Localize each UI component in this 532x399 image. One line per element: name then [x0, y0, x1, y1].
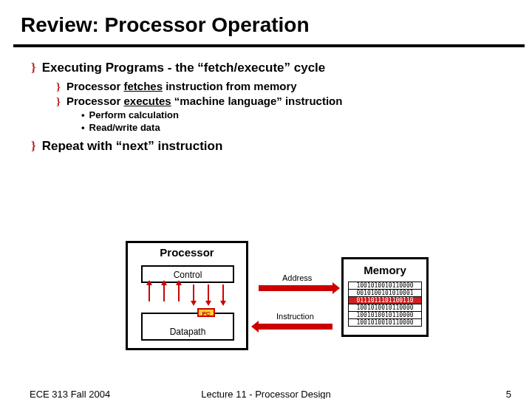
- memory-row: 1001010010110000: [348, 311, 422, 319]
- bullet-text-post: instruction from memory: [163, 80, 297, 92]
- bullet-icon: }: [31, 61, 36, 75]
- bullet-text: Executing Programs - the “fetch/execute”…: [42, 61, 326, 75]
- bullet-text: Perform calculation: [89, 109, 179, 120]
- memory-box: Memory 100101001011000000101001010100010…: [341, 257, 429, 337]
- instruction-arrow: [259, 324, 332, 330]
- footer-center: Lecture 11 - Processor Design: [0, 389, 532, 399]
- bullet-text-underline: executes: [123, 95, 171, 107]
- memory-label: Memory: [344, 264, 426, 276]
- memory-row: 1001010010110000: [348, 282, 422, 290]
- address-arrow: [259, 285, 332, 291]
- bullet-icon: }: [56, 81, 61, 92]
- bullet-text: Repeat with “next” instruction: [42, 139, 223, 153]
- bullet-l2: }Processor fetches instruction from memo…: [56, 80, 510, 93]
- slide-title: Review: Processor Operation: [0, 0, 532, 44]
- bullet-l1: }Executing Programs - the “fetch/execute…: [31, 61, 510, 75]
- bullet-l1: }Repeat with “next” instruction: [31, 139, 510, 154]
- instruction-label: Instruction: [276, 312, 314, 321]
- pc-box: PC: [197, 308, 215, 317]
- bullet-text-pre: Processor: [66, 95, 124, 107]
- bullet-l3: •Perform calculation: [81, 109, 510, 120]
- datapath-box: Datapath: [141, 313, 234, 341]
- bullet-text-pre: Processor: [66, 80, 124, 92]
- processor-label: Processor: [128, 246, 246, 259]
- bullet-text-underline: fetches: [123, 80, 163, 92]
- memory-row: 1001010010110000: [348, 304, 422, 312]
- slide-content: }Executing Programs - the “fetch/execute…: [0, 47, 532, 154]
- control-box: Control: [141, 265, 234, 283]
- bullet-dot-icon: •: [81, 122, 85, 133]
- bullet-l3: •Read/write data: [81, 122, 510, 133]
- memory-row: 0111011101100110: [348, 296, 422, 304]
- bullet-l2: }Processor executes “machine language” i…: [56, 95, 510, 108]
- bullet-text-post: “machine language” instruction: [171, 95, 343, 107]
- memory-row: 0010100101010001: [348, 289, 422, 297]
- bullet-icon: }: [56, 95, 61, 107]
- bullet-dot-icon: •: [81, 109, 85, 120]
- bullet-text: Read/write data: [89, 122, 160, 133]
- address-label: Address: [282, 273, 312, 282]
- memory-rows: 1001010010110000001010010101000101110111…: [348, 282, 422, 326]
- memory-row: 1001010010110000: [348, 318, 422, 327]
- bullet-icon: }: [31, 139, 36, 153]
- processor-box: Processor Control PC Datapath: [126, 241, 248, 350]
- control-datapath-arrows: [144, 284, 231, 311]
- diagram: Processor Control PC Datapath Address In…: [118, 236, 443, 362]
- footer-right: 5: [506, 389, 511, 399]
